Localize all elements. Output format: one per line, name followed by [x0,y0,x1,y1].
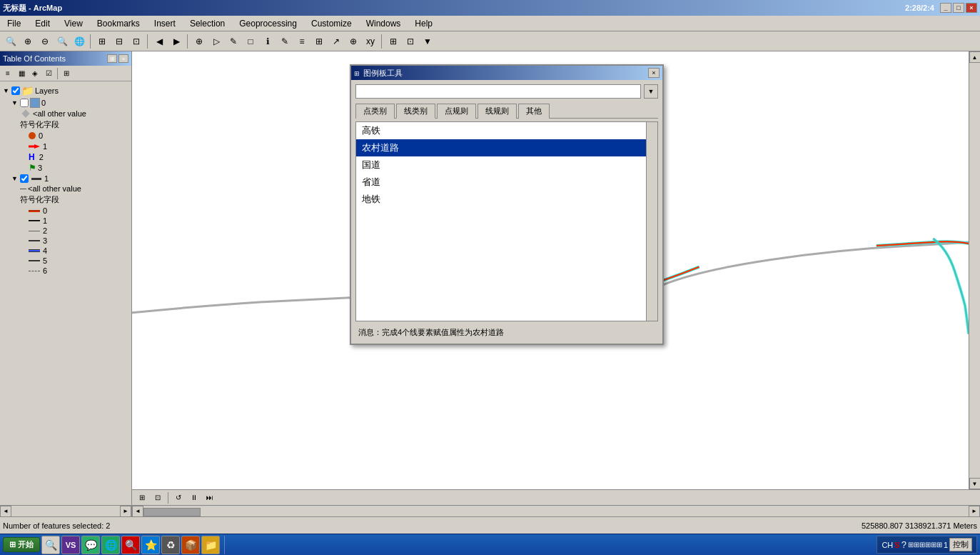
layer0-row[interactable]: ▼ 0 [11,97,128,109]
expand-layer1-icon[interactable]: ▼ [11,175,19,182]
menu-view[interactable]: View [60,17,87,30]
minimize-button[interactable]: _ [940,3,951,13]
taskbar-icon-star[interactable]: ⭐ [141,536,160,554]
tool-go-to[interactable]: ↗ [328,34,344,49]
tray-question[interactable]: ? [901,539,906,550]
layer1-checkbox[interactable] [20,174,29,183]
tool-identify[interactable]: □ [243,34,258,49]
layer0-val2-row[interactable]: H 2 [11,152,128,162]
legend-titlebar[interactable]: ⊞ 图例板工具 × [351,66,662,80]
layer1-val6-row[interactable]: 6 [11,266,128,276]
toc-scroll-right[interactable]: ► [120,506,131,517]
start-button[interactable]: ⊞ 开始 [3,537,40,552]
legend-dropdown-button[interactable]: ▼ [644,84,658,99]
tool-save[interactable]: ⊖ [37,34,53,49]
taskbar-icon-recycle[interactable]: ♻ [161,536,180,554]
tool-select3[interactable]: ⊡ [128,34,144,49]
layer0-val0-row[interactable]: 0 [11,131,128,141]
tool-zoom-out[interactable]: ▷ [208,34,224,49]
tool-hyperlink[interactable]: ✎ [277,34,293,49]
taskbar-icon-folder[interactable]: 📁 [201,536,220,554]
close-button[interactable]: × [966,3,977,13]
menu-help[interactable]: Help [410,17,437,30]
scroll-right-btn[interactable]: ► [969,506,980,517]
menu-geoprocessing[interactable]: Geoprocessing [235,17,301,30]
menu-bookmarks[interactable]: Bookmarks [93,17,144,30]
taskbar-icon-wechat[interactable]: 💬 [81,536,100,554]
expand-layers-icon[interactable]: ▼ [3,87,10,94]
toc-selection-btn[interactable]: ☑ [42,67,55,80]
scroll-left-btn[interactable]: ◄ [132,506,143,517]
toc-display-btn[interactable]: ▦ [15,67,28,80]
toc-layers-row[interactable]: ▼ 📁 Layers [3,84,128,97]
edit-btn-3[interactable]: ↺ [171,491,186,504]
tool-new[interactable]: 🔍 [3,34,19,49]
tool-select1[interactable]: ⊞ [94,34,110,49]
tool-fwd[interactable]: ▶ [168,34,184,49]
scroll-down-btn[interactable]: ▼ [969,478,981,489]
taskbar-icon-search[interactable]: 🔍 [41,536,60,554]
layer1-row[interactable]: ▼ 1 [11,174,128,184]
tab-point-type[interactable]: 点类别 [355,104,395,119]
layer0-val3-row[interactable]: ⚑ 3 [11,162,128,174]
layers-checkbox[interactable] [11,86,20,95]
tool-xy[interactable]: xy [363,34,378,49]
h-scroll-thumb[interactable] [143,508,201,516]
tool-pan[interactable]: ✎ [226,34,241,49]
tool-globe[interactable]: 🌐 [71,34,87,49]
layer0-val1-row[interactable]: 1 [11,141,128,152]
toc-close-btn[interactable]: × [118,54,128,63]
layer1-val3-row[interactable]: 3 [11,236,128,246]
taskbar-icon-visual-studio[interactable]: VS [61,536,80,554]
legend-item-guodao[interactable]: 国道 [356,156,657,174]
menu-edit[interactable]: Edit [31,17,54,30]
edit-btn-1[interactable]: ⊞ [135,491,149,504]
tool-open[interactable]: ⊕ [20,34,36,49]
edit-btn-4[interactable]: ⏸ [187,491,201,504]
tool-info[interactable]: ℹ [260,34,276,49]
layer1-val0-row[interactable]: 0 [11,206,128,216]
layer1-val2-row[interactable]: 2 [11,226,128,236]
menu-selection[interactable]: Selection [186,17,229,30]
taskbar-icon-package[interactable]: 📦 [181,536,200,554]
edit-btn-5[interactable]: ⏭ [203,491,217,504]
legend-item-gaotie[interactable]: 高铁 [356,122,657,139]
h-scroll-track[interactable] [143,506,969,517]
legend-search-input[interactable] [355,84,641,99]
toc-float-btn[interactable]: ⊞ [107,54,117,63]
menu-file[interactable]: File [3,17,25,30]
menu-windows[interactable]: Windows [362,17,405,30]
toc-list-btn[interactable]: ≡ [1,67,14,80]
legend-scrollbar[interactable] [646,122,657,321]
legend-close-button[interactable]: × [648,68,660,78]
tool-search[interactable]: ⊞ [311,34,327,49]
tab-line-type[interactable]: 线类别 [396,104,435,119]
tool-layout1[interactable]: ⊞ [385,34,401,49]
tool-select2[interactable]: ⊟ [111,34,127,49]
toc-scroll-left[interactable]: ◄ [0,506,11,517]
toc-source-btn[interactable]: ◈ [29,67,41,80]
tool-layout2[interactable]: ⊡ [403,34,418,49]
legend-item-shengdao[interactable]: 省道 [356,174,657,191]
layer1-val4-row[interactable]: 4 [11,246,128,256]
expand-layer0-icon[interactable]: ▼ [11,99,19,106]
tool-find[interactable]: ⊕ [345,34,361,49]
control-label[interactable]: 控制 [949,538,972,551]
legend-item-nongcun[interactable]: 农村道路 [356,139,657,156]
tab-point-rule[interactable]: 点规则 [437,104,476,119]
tool-print[interactable]: 🔍 [54,34,70,49]
maximize-button[interactable]: □ [953,3,964,13]
layer1-val5-row[interactable]: 5 [11,256,128,266]
tab-other[interactable]: 其他 [518,104,550,119]
taskbar-icon-browser[interactable]: 🌐 [101,536,120,554]
taskbar-icon-search2[interactable]: 🔍 [121,536,140,554]
legend-item-ditie[interactable]: 地铁 [356,191,657,208]
toc-options-btn[interactable]: ⊞ [60,67,73,80]
tool-measure[interactable]: ≡ [294,34,310,49]
menu-insert[interactable]: Insert [150,17,180,30]
tab-line-rule[interactable]: 线规则 [478,104,517,119]
tool-dropdown[interactable]: ▼ [420,34,435,49]
tool-back[interactable]: ◀ [151,34,167,49]
edit-btn-2[interactable]: ⊡ [151,491,165,504]
menu-customize[interactable]: Customize [307,17,356,30]
